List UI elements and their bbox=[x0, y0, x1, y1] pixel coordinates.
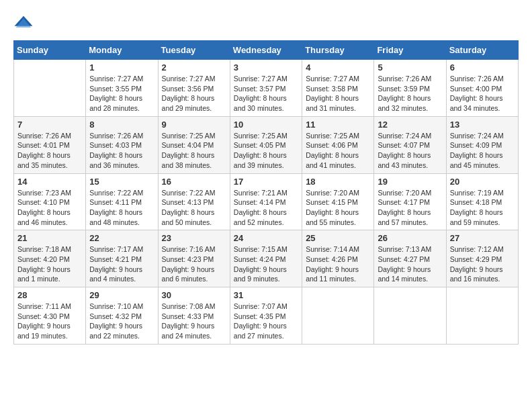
calendar-cell: 23Sunrise: 7:16 AM Sunset: 4:23 PM Dayli… bbox=[158, 230, 230, 287]
day-number: 16 bbox=[162, 177, 226, 187]
calendar-cell: 2Sunrise: 7:27 AM Sunset: 3:56 PM Daylig… bbox=[158, 60, 230, 117]
calendar-body: 1Sunrise: 7:27 AM Sunset: 3:55 PM Daylig… bbox=[14, 60, 519, 345]
day-number: 27 bbox=[450, 233, 515, 243]
calendar-week-3: 14Sunrise: 7:23 AM Sunset: 4:10 PM Dayli… bbox=[14, 173, 519, 230]
calendar-cell bbox=[302, 287, 374, 345]
day-info: Sunrise: 7:20 AM Sunset: 4:15 PM Dayligh… bbox=[306, 188, 370, 228]
calendar-cell: 17Sunrise: 7:21 AM Sunset: 4:14 PM Dayli… bbox=[230, 173, 302, 230]
day-info: Sunrise: 7:22 AM Sunset: 4:11 PM Dayligh… bbox=[89, 188, 154, 228]
header-day-friday: Friday bbox=[374, 41, 446, 60]
day-info: Sunrise: 7:22 AM Sunset: 4:13 PM Dayligh… bbox=[162, 188, 226, 228]
calendar-cell bbox=[374, 287, 446, 345]
calendar-table: SundayMondayTuesdayWednesdayThursdayFrid… bbox=[13, 40, 519, 345]
calendar-cell: 24Sunrise: 7:15 AM Sunset: 4:24 PM Dayli… bbox=[230, 230, 302, 287]
calendar-cell: 29Sunrise: 7:10 AM Sunset: 4:32 PM Dayli… bbox=[86, 287, 158, 345]
day-number: 12 bbox=[378, 120, 442, 130]
header-day-tuesday: Tuesday bbox=[158, 41, 230, 60]
calendar-cell: 3Sunrise: 7:27 AM Sunset: 3:57 PM Daylig… bbox=[230, 60, 302, 117]
day-number: 25 bbox=[306, 233, 370, 243]
day-number: 10 bbox=[234, 120, 298, 130]
calendar-cell: 19Sunrise: 7:20 AM Sunset: 4:17 PM Dayli… bbox=[374, 173, 446, 230]
day-info: Sunrise: 7:27 AM Sunset: 3:55 PM Dayligh… bbox=[89, 74, 154, 113]
calendar-cell: 14Sunrise: 7:23 AM Sunset: 4:10 PM Dayli… bbox=[14, 173, 86, 230]
day-info: Sunrise: 7:16 AM Sunset: 4:23 PM Dayligh… bbox=[162, 244, 226, 284]
day-info: Sunrise: 7:17 AM Sunset: 4:21 PM Dayligh… bbox=[89, 244, 154, 284]
calendar-cell: 28Sunrise: 7:11 AM Sunset: 4:30 PM Dayli… bbox=[14, 287, 86, 345]
calendar-cell: 5Sunrise: 7:26 AM Sunset: 3:59 PM Daylig… bbox=[374, 60, 446, 117]
calendar-week-2: 7Sunrise: 7:26 AM Sunset: 4:01 PM Daylig… bbox=[14, 116, 519, 173]
day-info: Sunrise: 7:21 AM Sunset: 4:14 PM Dayligh… bbox=[234, 188, 298, 228]
day-info: Sunrise: 7:13 AM Sunset: 4:27 PM Dayligh… bbox=[378, 244, 442, 284]
day-info: Sunrise: 7:25 AM Sunset: 4:06 PM Dayligh… bbox=[306, 131, 370, 171]
day-number: 28 bbox=[17, 290, 82, 300]
day-info: Sunrise: 7:26 AM Sunset: 4:03 PM Dayligh… bbox=[89, 131, 154, 171]
header-day-saturday: Saturday bbox=[446, 41, 518, 60]
day-info: Sunrise: 7:20 AM Sunset: 4:17 PM Dayligh… bbox=[378, 188, 442, 228]
day-info: Sunrise: 7:23 AM Sunset: 4:10 PM Dayligh… bbox=[17, 188, 82, 228]
day-number: 15 bbox=[89, 177, 154, 187]
page-header bbox=[13, 13, 519, 34]
calendar-cell: 13Sunrise: 7:24 AM Sunset: 4:09 PM Dayli… bbox=[446, 116, 518, 173]
calendar-cell: 26Sunrise: 7:13 AM Sunset: 4:27 PM Dayli… bbox=[374, 230, 446, 287]
day-number: 14 bbox=[17, 177, 82, 187]
calendar-cell: 10Sunrise: 7:25 AM Sunset: 4:05 PM Dayli… bbox=[230, 116, 302, 173]
day-info: Sunrise: 7:25 AM Sunset: 4:04 PM Dayligh… bbox=[162, 131, 226, 171]
calendar-cell: 16Sunrise: 7:22 AM Sunset: 4:13 PM Dayli… bbox=[158, 173, 230, 230]
calendar-cell: 30Sunrise: 7:08 AM Sunset: 4:33 PM Dayli… bbox=[158, 287, 230, 345]
day-info: Sunrise: 7:18 AM Sunset: 4:20 PM Dayligh… bbox=[17, 244, 82, 284]
day-info: Sunrise: 7:27 AM Sunset: 3:57 PM Dayligh… bbox=[234, 74, 298, 113]
day-number: 23 bbox=[162, 233, 226, 243]
day-number: 20 bbox=[450, 177, 515, 187]
day-number: 21 bbox=[17, 233, 82, 243]
calendar-cell: 15Sunrise: 7:22 AM Sunset: 4:11 PM Dayli… bbox=[86, 173, 158, 230]
day-number: 26 bbox=[378, 233, 442, 243]
day-info: Sunrise: 7:19 AM Sunset: 4:18 PM Dayligh… bbox=[450, 188, 515, 228]
calendar-cell bbox=[14, 60, 86, 117]
day-info: Sunrise: 7:24 AM Sunset: 4:07 PM Dayligh… bbox=[378, 131, 442, 171]
day-info: Sunrise: 7:15 AM Sunset: 4:24 PM Dayligh… bbox=[234, 244, 298, 284]
day-number: 3 bbox=[234, 62, 298, 73]
day-number: 6 bbox=[450, 62, 515, 73]
calendar-cell: 6Sunrise: 7:26 AM Sunset: 4:00 PM Daylig… bbox=[446, 60, 518, 117]
header-day-monday: Monday bbox=[86, 41, 158, 60]
calendar-cell: 8Sunrise: 7:26 AM Sunset: 4:03 PM Daylig… bbox=[86, 116, 158, 173]
day-number: 1 bbox=[89, 62, 154, 73]
day-info: Sunrise: 7:26 AM Sunset: 4:01 PM Dayligh… bbox=[17, 131, 82, 171]
calendar-week-4: 21Sunrise: 7:18 AM Sunset: 4:20 PM Dayli… bbox=[14, 230, 519, 287]
calendar-cell: 7Sunrise: 7:26 AM Sunset: 4:01 PM Daylig… bbox=[14, 116, 86, 173]
calendar-cell: 25Sunrise: 7:14 AM Sunset: 4:26 PM Dayli… bbox=[302, 230, 374, 287]
day-info: Sunrise: 7:27 AM Sunset: 3:58 PM Dayligh… bbox=[306, 74, 370, 113]
calendar-cell: 18Sunrise: 7:20 AM Sunset: 4:15 PM Dayli… bbox=[302, 173, 374, 230]
day-number: 30 bbox=[162, 290, 226, 300]
header-day-thursday: Thursday bbox=[302, 41, 374, 60]
calendar-cell: 20Sunrise: 7:19 AM Sunset: 4:18 PM Dayli… bbox=[446, 173, 518, 230]
day-number: 24 bbox=[234, 233, 298, 243]
calendar-cell: 27Sunrise: 7:12 AM Sunset: 4:29 PM Dayli… bbox=[446, 230, 518, 287]
day-number: 4 bbox=[306, 62, 370, 73]
day-info: Sunrise: 7:24 AM Sunset: 4:09 PM Dayligh… bbox=[450, 131, 515, 171]
calendar-cell: 22Sunrise: 7:17 AM Sunset: 4:21 PM Dayli… bbox=[86, 230, 158, 287]
day-number: 22 bbox=[89, 233, 154, 243]
calendar-cell: 4Sunrise: 7:27 AM Sunset: 3:58 PM Daylig… bbox=[302, 60, 374, 117]
header-row: SundayMondayTuesdayWednesdayThursdayFrid… bbox=[14, 41, 519, 60]
day-info: Sunrise: 7:26 AM Sunset: 4:00 PM Dayligh… bbox=[450, 74, 515, 113]
day-number: 8 bbox=[89, 120, 154, 130]
calendar-cell: 9Sunrise: 7:25 AM Sunset: 4:04 PM Daylig… bbox=[158, 116, 230, 173]
day-number: 31 bbox=[234, 290, 298, 300]
day-number: 11 bbox=[306, 120, 370, 130]
logo bbox=[13, 13, 36, 34]
day-info: Sunrise: 7:12 AM Sunset: 4:29 PM Dayligh… bbox=[450, 244, 515, 284]
header-day-wednesday: Wednesday bbox=[230, 41, 302, 60]
day-number: 19 bbox=[378, 177, 442, 187]
calendar-cell bbox=[446, 287, 518, 345]
calendar-header: SundayMondayTuesdayWednesdayThursdayFrid… bbox=[14, 41, 519, 60]
day-number: 5 bbox=[378, 62, 442, 73]
day-number: 7 bbox=[17, 120, 82, 130]
header-day-sunday: Sunday bbox=[14, 41, 86, 60]
calendar-cell: 11Sunrise: 7:25 AM Sunset: 4:06 PM Dayli… bbox=[302, 116, 374, 173]
calendar-cell: 31Sunrise: 7:07 AM Sunset: 4:35 PM Dayli… bbox=[230, 287, 302, 345]
day-number: 13 bbox=[450, 120, 515, 130]
day-info: Sunrise: 7:14 AM Sunset: 4:26 PM Dayligh… bbox=[306, 244, 370, 284]
day-number: 9 bbox=[162, 120, 226, 130]
calendar-cell: 21Sunrise: 7:18 AM Sunset: 4:20 PM Dayli… bbox=[14, 230, 86, 287]
